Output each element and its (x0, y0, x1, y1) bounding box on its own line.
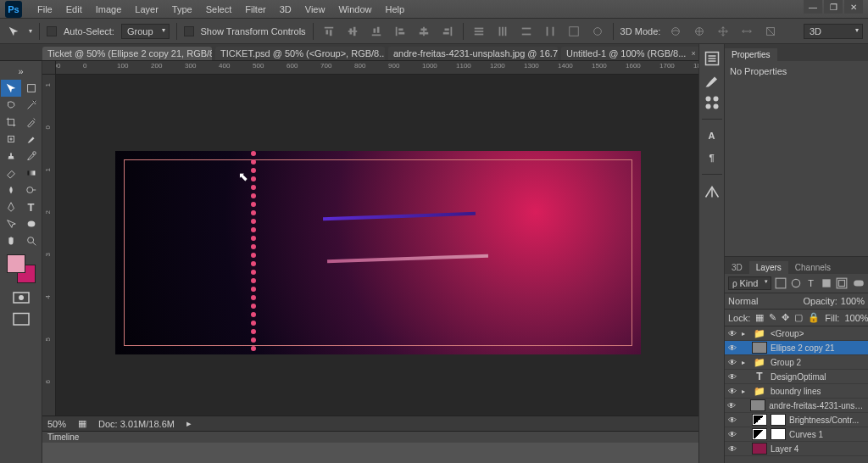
clone-stamp-tool[interactable] (1, 148, 21, 165)
eraser-tool[interactable] (1, 165, 21, 181)
layer-thumbnail[interactable] (750, 399, 765, 411)
layer-row[interactable]: 👁▸📁boundry lines (725, 384, 868, 399)
align-bottom-icon[interactable] (368, 23, 385, 40)
expand-arrow-icon[interactable]: ▸ (742, 359, 748, 366)
visibility-icon[interactable]: 👁 (726, 430, 738, 439)
visibility-icon[interactable]: 👁 (726, 444, 738, 454)
lock-position-icon[interactable]: ✥ (782, 312, 789, 323)
lock-brush-icon[interactable]: ✎ (769, 312, 776, 323)
layer-name[interactable]: andre-freitas-4231-unsplash (769, 401, 866, 410)
mode3d-scale-icon[interactable] (762, 23, 779, 40)
auto-select-target[interactable]: Group (121, 24, 170, 39)
layer-thumbnail[interactable]: 📁 (752, 356, 767, 368)
layer-name[interactable]: <Group> (771, 329, 804, 338)
layer-thumbnail[interactable]: 📁 (752, 327, 767, 339)
lock-artboard-icon[interactable]: ▢ (794, 312, 803, 323)
lasso-tool[interactable] (1, 97, 21, 114)
layer-name[interactable]: Curves 1 (789, 430, 823, 439)
dock-adjustments-icon[interactable] (702, 181, 722, 200)
distribute-4-icon[interactable] (542, 23, 559, 40)
filter-adjust-icon[interactable] (790, 277, 802, 289)
filter-type-icon[interactable]: T (805, 277, 817, 289)
menu-select[interactable]: Select (199, 0, 239, 19)
layer-name[interactable]: Group 2 (771, 358, 801, 367)
dock-brush-preset-icon[interactable] (702, 93, 722, 112)
color-swatches[interactable] (7, 254, 36, 283)
foreground-color[interactable] (7, 254, 25, 273)
filter-shape-icon[interactable] (821, 277, 832, 289)
dock-brush-icon[interactable] (702, 71, 722, 90)
magic-wand-tool[interactable] (21, 97, 42, 114)
zoom-tool[interactable] (21, 232, 42, 249)
eyedropper-tool[interactable] (21, 114, 42, 131)
type-tool[interactable]: T (21, 198, 42, 215)
tool-collapse-icon[interactable]: » (11, 63, 31, 80)
ruler-horizontal[interactable]: 1000100200300400500600700800900100011001… (56, 61, 698, 75)
distribute-1-icon[interactable] (470, 23, 487, 40)
menu-file[interactable]: File (31, 0, 59, 19)
filter-smart-icon[interactable] (836, 277, 848, 289)
layer-name[interactable]: Ellipse 2 copy 21 (771, 343, 835, 353)
dock-paragraph-icon[interactable]: ¶ (702, 148, 722, 167)
layer-row[interactable]: 👁▸📁<Group> (725, 326, 868, 341)
ruler-origin[interactable] (42, 61, 56, 75)
lock-transparency-icon[interactable]: ▦ (755, 312, 764, 323)
brush-tool[interactable] (21, 131, 42, 148)
layer-name[interactable]: Layer 4 (771, 444, 798, 454)
menu-3d[interactable]: 3D (273, 0, 298, 19)
layer-list[interactable]: 👁▸📁<Group>👁Ellipse 2 copy 21👁▸📁Group 2👁T… (725, 326, 868, 463)
screen-mode-icon[interactable] (11, 312, 31, 327)
workspace-switcher[interactable]: 3D (804, 24, 863, 39)
layer-row[interactable]: 👁▸📁Group 2 (725, 355, 868, 370)
tab-3d[interactable]: 3D (725, 261, 749, 274)
quick-mask-icon[interactable] (11, 290, 31, 305)
lock-all-icon[interactable]: 🔒 (808, 312, 820, 323)
layer-thumbnail[interactable]: T (752, 371, 767, 382)
move-tool[interactable] (1, 80, 21, 97)
auto-select-checkbox[interactable] (47, 26, 57, 36)
distribute-2-icon[interactable] (494, 23, 511, 40)
document-canvas[interactable]: ⬉ (115, 151, 641, 354)
visibility-icon[interactable]: 👁 (726, 401, 737, 410)
layer-row[interactable]: 👁Curves 1 (725, 427, 868, 442)
align-left-icon[interactable] (392, 23, 409, 40)
mode3d-roll-icon[interactable] (691, 23, 708, 40)
layer-thumbnail[interactable] (752, 443, 767, 455)
gradient-tool[interactable] (21, 165, 42, 181)
document-tab[interactable]: andre-freitas-4231-unsplash.jpg @ 16.7% … (388, 47, 558, 60)
dock-character-icon[interactable]: A (702, 126, 722, 145)
blur-tool[interactable] (1, 181, 21, 198)
menu-help[interactable]: Help (379, 0, 412, 19)
visibility-icon[interactable]: 👁 (726, 372, 738, 382)
visibility-icon[interactable]: 👁 (726, 387, 738, 396)
path-selection-tool[interactable] (1, 215, 21, 232)
dodge-tool[interactable] (21, 181, 42, 198)
layer-row[interactable]: 👁andre-freitas-4231-unsplash (725, 399, 868, 413)
align-right-icon[interactable] (439, 23, 456, 40)
crop-tool[interactable] (1, 114, 21, 131)
layer-name[interactable]: boundry lines (771, 387, 821, 396)
mode3d-pan-icon[interactable] (715, 23, 732, 40)
document-tab[interactable]: Ticket @ 50% (Ellipse 2 copy 21, RGB/8) … (42, 47, 212, 60)
pen-tool[interactable] (1, 198, 21, 215)
layer-thumbnail[interactable] (752, 428, 767, 440)
menu-view[interactable]: View (298, 0, 332, 19)
canvas-viewport[interactable]: ⬉ (56, 75, 698, 417)
tab-layers[interactable]: Layers (749, 261, 788, 274)
distribute-3-icon[interactable] (518, 23, 535, 40)
history-brush-tool[interactable] (21, 148, 42, 165)
menu-image[interactable]: Image (89, 0, 129, 19)
menu-edit[interactable]: Edit (59, 0, 89, 19)
menu-type[interactable]: Type (165, 0, 199, 19)
minimize-button[interactable]: — (804, 0, 822, 14)
visibility-icon[interactable]: 👁 (726, 416, 738, 425)
restore-button[interactable]: ❐ (824, 0, 843, 14)
mode3d-orbit-icon[interactable] (667, 23, 684, 40)
visibility-icon[interactable]: 👁 (726, 343, 738, 353)
layer-thumbnail[interactable]: 📁 (752, 385, 767, 397)
layer-mask-thumbnail[interactable] (771, 414, 786, 426)
zoom-level[interactable]: 50% (47, 419, 66, 429)
expand-arrow-icon[interactable]: ▸ (742, 388, 748, 395)
shape-tool[interactable] (21, 215, 42, 232)
tab-properties[interactable]: Properties (725, 48, 777, 61)
